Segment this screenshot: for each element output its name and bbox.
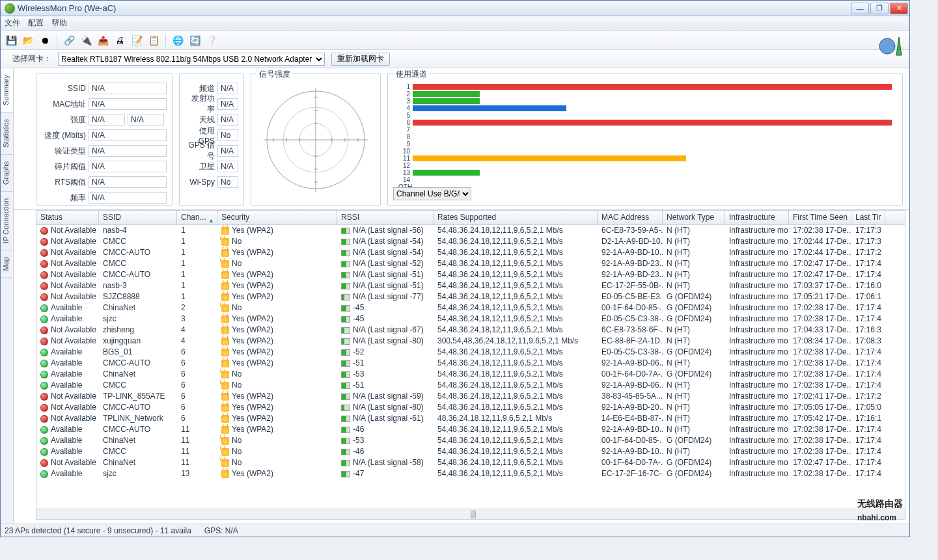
table-row[interactable]: Available sjzc 13 Yes (WPA2) -47 54,48,3… bbox=[36, 468, 905, 479]
rssi-bar-icon bbox=[341, 261, 350, 267]
tab-ip-connection[interactable]: IP Connection bbox=[1, 192, 13, 250]
col-last-seen[interactable]: Last Tir bbox=[851, 211, 885, 224]
status-dot-icon bbox=[40, 349, 48, 356]
export-icon[interactable]: 📤 bbox=[96, 34, 109, 47]
col-mac[interactable]: MAC Address bbox=[598, 211, 663, 224]
copy-icon[interactable]: 📋 bbox=[147, 34, 160, 47]
table-row[interactable]: Not Available SJZC8888 1 Yes (WPA2) N/A … bbox=[36, 291, 905, 302]
col-rssi[interactable]: RSSI bbox=[337, 211, 434, 224]
close-button[interactable]: ✕ bbox=[890, 3, 908, 14]
tab-graphs[interactable]: Graphs bbox=[1, 155, 13, 192]
lock-icon bbox=[221, 349, 229, 356]
table-row[interactable]: Available BGS_01 6 Yes (WPA2) -52 54,48,… bbox=[36, 347, 905, 358]
edit-icon[interactable]: 📝 bbox=[130, 34, 143, 47]
table-row[interactable]: Available CMCC-AUTO 6 Yes (WPA2) -51 54,… bbox=[36, 358, 905, 369]
table-row[interactable]: Available ChinaNet 11 No -53 54,48,36,24… bbox=[36, 435, 905, 446]
print-icon[interactable]: 🖨 bbox=[113, 34, 126, 47]
status-dot-icon bbox=[40, 227, 48, 235]
reload-adapter-button[interactable]: 重新加载网卡 bbox=[331, 53, 390, 66]
lock-icon bbox=[221, 426, 229, 434]
connection-info-panel: SSIDN/A MAC地址N/A 强度N/AN/A 速度 (Mbits)N/A … bbox=[36, 73, 172, 206]
table-row[interactable]: Not Available TPLINK_Network 6 Yes (WPA2… bbox=[36, 413, 905, 424]
table-row[interactable]: Not Available CMCC-AUTO 1 Yes (WPA2) N/A… bbox=[36, 269, 905, 280]
col-first-seen[interactable]: First Time Seen bbox=[789, 211, 851, 224]
status-dot-icon bbox=[40, 404, 48, 412]
horizontal-scrollbar[interactable] bbox=[36, 509, 905, 519]
record-icon[interactable]: ⏺ bbox=[38, 34, 51, 47]
menu-help[interactable]: 帮助 bbox=[51, 18, 67, 29]
lock-icon bbox=[221, 448, 229, 456]
table-row[interactable]: Not Available CMCC-AUTO 6 Yes (WPA2) N/A… bbox=[36, 402, 905, 413]
tab-summary[interactable]: Summary bbox=[1, 68, 13, 113]
menu-config[interactable]: 配置 bbox=[28, 18, 44, 29]
table-row[interactable]: Available CMCC-AUTO 11 Yes (WPA2) -46 54… bbox=[36, 424, 905, 435]
minimize-button[interactable]: — bbox=[851, 3, 869, 14]
table-row[interactable]: Not Available CMCC 1 No N/A (Last signal… bbox=[36, 236, 905, 247]
col-infrastructure[interactable]: Infrastructure bbox=[725, 211, 789, 224]
rssi-bar-icon bbox=[341, 283, 350, 289]
rssi-bar-icon bbox=[341, 327, 350, 334]
lock-icon bbox=[221, 271, 229, 279]
rssi-bar-icon bbox=[341, 305, 350, 312]
table-row[interactable]: Available ChinaNet 6 No -53 54,48,36,24,… bbox=[36, 369, 905, 380]
app-window: WirelessMon Pro (We-aC) — ❐ ✕ 文件 配置 帮助 💾… bbox=[0, 0, 910, 537]
lock-icon bbox=[221, 338, 229, 345]
rssi-bar-icon bbox=[341, 471, 350, 477]
table-row[interactable]: Not Available zhisheng 4 Yes (WPA2) N/A … bbox=[36, 325, 905, 336]
svg-point-0 bbox=[879, 38, 895, 54]
adapter-select[interactable]: Realtek RTL8187 Wireless 802.11b/g 54Mbp… bbox=[58, 53, 325, 66]
table-row[interactable]: Available ChinaNet 2 No -45 54,48,36,24,… bbox=[36, 302, 905, 313]
globe-icon[interactable]: 🌐 bbox=[171, 34, 184, 47]
status-dot-icon bbox=[40, 415, 48, 423]
gpssig-value: N/A bbox=[217, 145, 238, 157]
col-status[interactable]: Status bbox=[36, 211, 99, 224]
tab-map[interactable]: Map bbox=[1, 250, 13, 278]
title-bar[interactable]: WirelessMon Pro (We-aC) — ❐ ✕ bbox=[1, 1, 909, 16]
antenna-value: N/A bbox=[217, 114, 238, 126]
channel-value: N/A bbox=[217, 83, 238, 94]
table-row[interactable]: Not Available TP-LINK_855A7E 6 Yes (WPA2… bbox=[36, 391, 905, 402]
menu-file[interactable]: 文件 bbox=[5, 18, 20, 29]
table-row[interactable]: Not Available CMCC 1 No N/A (Last signal… bbox=[36, 258, 905, 269]
tab-statistics[interactable]: Statistics bbox=[1, 113, 13, 155]
col-rates[interactable]: Rates Supported bbox=[434, 211, 598, 224]
col-security[interactable]: Security bbox=[217, 211, 337, 224]
side-tabs: Summary Statistics Graphs IP Connection … bbox=[1, 68, 14, 524]
lock-icon bbox=[221, 404, 229, 412]
grid-body[interactable]: Not Available nasb-4 1 Yes (WPA2) N/A (L… bbox=[36, 225, 905, 509]
ap-grid: Status SSID Chan... Security RSSI Rates … bbox=[36, 210, 905, 520]
col-ssid[interactable]: SSID bbox=[99, 211, 177, 224]
body: Summary Statistics Graphs IP Connection … bbox=[1, 68, 909, 524]
menu-bar: 文件 配置 帮助 bbox=[1, 16, 909, 31]
col-network-type[interactable]: Network Type bbox=[663, 211, 725, 224]
table-row[interactable]: Available CMCC 6 No -51 54,48,36,24,18,1… bbox=[36, 380, 905, 391]
status-dot-icon bbox=[40, 315, 48, 323]
table-row[interactable]: Not Available CMCC-AUTO 1 Yes (WPA2) N/A… bbox=[36, 247, 905, 258]
auth-value: N/A bbox=[89, 145, 167, 157]
maximize-button[interactable]: ❐ bbox=[870, 3, 889, 14]
status-dot-icon bbox=[40, 360, 48, 367]
mac-value: N/A bbox=[89, 98, 167, 110]
rssi-bar-icon bbox=[341, 338, 350, 345]
disconnect-icon[interactable]: 🔌 bbox=[79, 34, 92, 47]
table-row[interactable]: Available sjzc 3 Yes (WPA2) -45 54,48,36… bbox=[36, 313, 905, 325]
save-icon[interactable]: 💾 bbox=[5, 34, 18, 47]
status-dot-icon bbox=[40, 426, 48, 434]
table-row[interactable]: Available CMCC 11 No -46 54,48,36,24,18,… bbox=[36, 446, 905, 457]
lock-icon bbox=[221, 371, 229, 379]
signal-strength-panel: 信号强度 bbox=[251, 73, 381, 206]
refresh-icon[interactable]: 🔄 bbox=[188, 34, 201, 47]
lock-icon bbox=[221, 459, 229, 467]
help-icon[interactable]: ❔ bbox=[205, 34, 218, 47]
lock-icon bbox=[221, 227, 229, 235]
rssi-bar-icon bbox=[341, 427, 350, 433]
app-logo-icon bbox=[878, 32, 904, 58]
table-row[interactable]: Not Available nasb-4 1 Yes (WPA2) N/A (L… bbox=[36, 225, 905, 236]
folder-icon[interactable]: 📂 bbox=[21, 34, 34, 47]
table-row[interactable]: Not Available ChinaNet 11 No N/A (Last s… bbox=[36, 457, 905, 468]
rssi-bar-icon bbox=[341, 416, 350, 422]
table-row[interactable]: Not Available nasb-3 1 Yes (WPA2) N/A (L… bbox=[36, 280, 905, 291]
table-row[interactable]: Not Available xujingquan 4 Yes (WPA2) N/… bbox=[36, 336, 905, 347]
connect-icon[interactable]: 🔗 bbox=[62, 34, 76, 47]
col-channel[interactable]: Chan... bbox=[177, 211, 217, 224]
